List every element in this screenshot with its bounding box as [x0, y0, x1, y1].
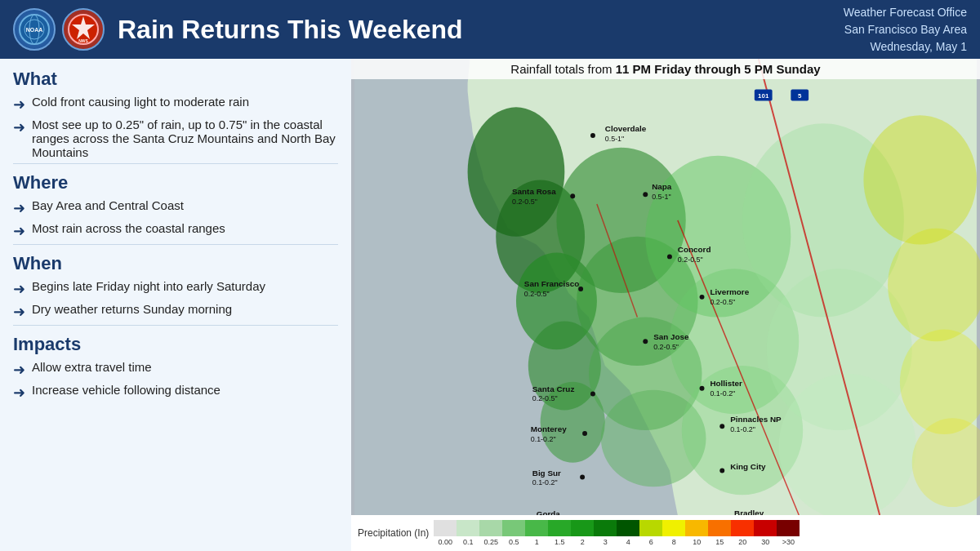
city-label-santarosa: Santa Rosa — [512, 187, 556, 196]
map-area: Cloverdale 0.5-1" Santa Rosa 0.2-0.5" Na… — [351, 59, 980, 515]
city-amount-concord: 0.2-0.5" — [678, 256, 703, 264]
swatch-label: 1.5 — [555, 538, 565, 546]
legend-swatch-1: 0.1 — [457, 520, 479, 546]
bullet-item-3-0: ➜Allow extra travel time — [13, 360, 338, 379]
city-amount-monterey: 0.1-0.2" — [531, 435, 556, 443]
swatch-color — [457, 520, 479, 536]
swatch-color — [662, 520, 685, 536]
arrow-icon: ➜ — [13, 199, 25, 217]
legend-swatch-0: 0.00 — [434, 520, 457, 546]
swatch-color — [594, 520, 617, 536]
city-amount-pinnacles: 0.1-0.2" — [730, 425, 755, 433]
swatch-label: 10 — [693, 538, 701, 546]
swatch-label: 30 — [761, 538, 769, 546]
bullet-item-3-1: ➜Increase vehicle following distance — [13, 383, 338, 402]
arrow-icon: ➜ — [13, 361, 25, 379]
legend-swatch-4: 1 — [525, 520, 548, 546]
arrow-icon: ➜ — [13, 280, 25, 298]
legend-swatch-13: 20 — [731, 520, 754, 546]
swatch-label: 15 — [715, 538, 724, 546]
swatch-color — [434, 520, 457, 536]
legend-swatch-7: 3 — [594, 520, 617, 546]
city-dot-concord — [667, 254, 672, 259]
city-amount-sanjose: 0.2-0.5" — [653, 343, 679, 351]
page-title: Rain Returns This Weekend — [118, 15, 844, 45]
swatch-label: 1 — [535, 538, 539, 546]
swatch-label: 4 — [626, 538, 630, 546]
city-dot-kingcity — [719, 469, 724, 473]
city-label-sanjose: San Jose — [653, 332, 689, 341]
legend-label: Precipitation (In) — [358, 527, 429, 539]
swatch-label: 2 — [581, 538, 585, 546]
city-label-bradley: Bradley — [734, 509, 764, 515]
section-heading-0: What — [13, 69, 338, 90]
bullet-item-2-0: ➜Begins late Friday night into early Sat… — [13, 279, 338, 298]
swatch-label: 0.00 — [439, 538, 453, 546]
city-label-cloverdale: Cloverdale — [605, 124, 647, 133]
city-amount-napa: 0.5-1" — [652, 193, 670, 201]
city-amount-hollister: 0.1-0.2" — [710, 389, 735, 398]
svg-text:NWS: NWS — [78, 38, 88, 43]
bullet-item-2-1: ➜Dry weather returns Sunday morning — [13, 302, 338, 321]
svg-text:NOAA: NOAA — [26, 27, 43, 33]
bullet-item-1-0: ➜Bay Area and Central Coast — [13, 198, 338, 217]
section-heading-1: Where — [13, 172, 338, 193]
city-amount-bigsur: 0.1-0.2" — [532, 478, 558, 487]
legend-swatch-12: 15 — [708, 520, 731, 546]
swatch-label: 0.5 — [509, 538, 519, 546]
noaa-logo: NOAA — [13, 8, 56, 51]
arrow-icon: ➜ — [13, 384, 25, 402]
city-amount-sf: 0.2-0.5" — [524, 290, 550, 298]
arrow-icon: ➜ — [13, 303, 25, 321]
city-dot-hollister — [700, 386, 705, 391]
swatch-color — [708, 520, 731, 536]
nws-logo: NWS — [62, 8, 105, 51]
legend-swatch-3: 0.5 — [502, 520, 525, 546]
swatch-label: 0.1 — [463, 538, 474, 546]
city-label-concord: Concord — [678, 245, 711, 254]
city-dot-cloverdale — [590, 133, 595, 138]
city-label-santacruz: Santa Cruz — [532, 384, 575, 393]
arrow-icon: ➜ — [13, 222, 25, 240]
weather-map: Cloverdale 0.5-1" Santa Rosa 0.2-0.5" Na… — [351, 59, 980, 515]
city-dot-livermore — [700, 295, 705, 300]
map-title: Rainfall totals from 11 PM Friday throug… — [351, 59, 980, 79]
legend-swatch-9: 6 — [639, 520, 662, 546]
legend-swatch-8: 4 — [617, 520, 639, 546]
city-label-livermore: Livermore — [710, 287, 749, 296]
legend-swatch-15: >30 — [777, 520, 800, 546]
legend-swatch-10: 8 — [662, 520, 685, 546]
left-panel: What➜Cold front causing light to moderat… — [0, 59, 351, 551]
swatch-label: 6 — [649, 538, 653, 546]
swatch-color — [617, 520, 639, 536]
swatch-label: 3 — [604, 538, 608, 546]
city-dot-santacruz — [590, 392, 595, 397]
city-dot-pinnacles — [719, 424, 724, 429]
swatch-label: >30 — [782, 538, 795, 546]
city-label-napa: Napa — [652, 182, 672, 191]
city-dot-bigsur — [580, 475, 585, 480]
swatch-color — [502, 520, 525, 536]
city-label-gorda: Gorda — [537, 509, 561, 515]
city-dot-napa — [643, 192, 648, 197]
legend-swatch-2: 0.25 — [479, 520, 502, 546]
city-amount-livermore: 0.2-0.5" — [710, 298, 735, 306]
bullet-item-0-1: ➜Most see up to 0.25" of rain, up to 0.7… — [13, 118, 338, 159]
header: NOAA NWS Rain Returns This Weekend Weath… — [0, 0, 980, 59]
swatch-label: 0.25 — [484, 538, 499, 546]
arrow-icon: ➜ — [13, 96, 25, 113]
legend-swatches: 0.000.10.250.511.52346810152030>30 — [434, 520, 800, 546]
logos: NOAA NWS — [13, 8, 105, 51]
legend-swatch-14: 30 — [754, 520, 777, 546]
section-heading-2: When — [13, 253, 338, 274]
swatch-label: 20 — [738, 538, 746, 546]
svg-point-24 — [863, 115, 977, 244]
city-label-hollister: Hollister — [710, 379, 742, 388]
city-label-monterey: Monterey — [531, 424, 567, 433]
city-amount-cloverdale: 0.5-1" — [605, 135, 624, 143]
swatch-color — [548, 520, 571, 536]
bullet-item-1-1: ➜Most rain across the coastal ranges — [13, 221, 338, 240]
legend-swatch-6: 2 — [571, 520, 594, 546]
city-dot-santarosa — [570, 193, 575, 198]
swatch-color — [754, 520, 777, 536]
